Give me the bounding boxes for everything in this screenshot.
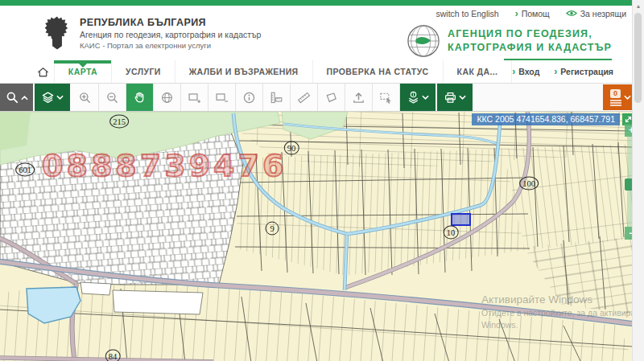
selected-parcel[interactable] bbox=[452, 214, 470, 225]
print-icon bbox=[444, 91, 457, 105]
top-accent-bar bbox=[0, 0, 644, 6]
ruler-icon bbox=[297, 91, 311, 105]
coordinate-readout: ККС 2005 4741654.836, 668457.791 bbox=[472, 113, 634, 125]
republic-brand: РЕПУБЛИКА БЪЛГАРИЯ Агенция по геодезия, … bbox=[43, 15, 261, 51]
tab-как-да[interactable]: КАК ДА... bbox=[443, 60, 513, 83]
print-button[interactable] bbox=[437, 84, 474, 111]
kais-portal-page: РЕПУБЛИКА БЪЛГАРИЯ Агенция по геодезия, … bbox=[0, 0, 644, 361]
rect-minus-icon bbox=[215, 91, 229, 105]
tab-проверка-на-статус[interactable]: ПРОВЕРКА НА СТАТУС bbox=[312, 60, 443, 83]
upload-button[interactable] bbox=[345, 84, 373, 111]
layers-info-icon bbox=[407, 91, 420, 105]
eye-icon bbox=[566, 10, 577, 17]
chevron-down-icon bbox=[56, 95, 64, 101]
brand-title: РЕПУБЛИКА БЪЛГАРИЯ bbox=[80, 17, 261, 28]
map-label-601: 601 bbox=[15, 163, 35, 177]
hand-icon bbox=[133, 91, 147, 105]
identify-button[interactable] bbox=[236, 84, 263, 111]
map-label-84: 84 bbox=[105, 350, 121, 361]
switch-language-link[interactable]: switch to English bbox=[436, 9, 498, 18]
agency-logo: АГЕНЦИЯ ПО ГЕОДЕЗИЯ, КАРТОГРАФИЯ И КАДАС… bbox=[407, 24, 612, 58]
globe-logo-icon bbox=[407, 24, 440, 58]
search-icon bbox=[6, 91, 19, 105]
zoom-rect-in-button[interactable] bbox=[181, 84, 208, 111]
chevron-down-icon bbox=[459, 95, 466, 101]
polygon-icon bbox=[324, 91, 338, 105]
zoom-rect-out-button[interactable] bbox=[208, 84, 236, 111]
chevron-right-icon: › bbox=[515, 9, 518, 18]
map-label-9: 9 bbox=[266, 222, 279, 236]
zoom-in-icon bbox=[78, 91, 92, 105]
chevron-right-icon: › bbox=[554, 67, 557, 76]
map-toolbar: 0 bbox=[0, 84, 644, 112]
chevron-right-icon: › bbox=[512, 67, 515, 76]
map-label-10: 10 bbox=[444, 226, 459, 240]
layers-button[interactable] bbox=[35, 84, 72, 111]
zoom-out-icon bbox=[105, 91, 119, 105]
agency-logo-text: АГЕНЦИЯ ПО ГЕОДЕЗИЯ, КАРТОГРАФИЯ И КАДАС… bbox=[448, 27, 612, 54]
zoom-in-button[interactable] bbox=[72, 84, 99, 111]
brand-portal: КАИС - Портал за електронни услуги bbox=[80, 41, 261, 50]
globe-icon bbox=[160, 91, 174, 105]
full-extent-button[interactable] bbox=[154, 84, 181, 111]
home-button[interactable] bbox=[32, 60, 54, 83]
scrollbar-up-arrow[interactable]: ▲ bbox=[633, 0, 644, 11]
coat-of-arms-lion-icon bbox=[43, 15, 71, 51]
header: РЕПУБЛИКА БЪЛГАРИЯ Агенция по геодезия, … bbox=[0, 6, 644, 60]
вход-link[interactable]: ›Вход bbox=[512, 67, 539, 76]
top-links: switch to English ›Помощ За незрящи bbox=[436, 9, 626, 18]
coordinate-text: ККС 2005 4741654.836, 668457.791 bbox=[472, 113, 620, 125]
map-canvas[interactable]: 0888739476 2156019091010084 ККС 2005 474… bbox=[0, 112, 644, 361]
brand-subtitle: Агенция по геодезия, картография и кадас… bbox=[80, 30, 261, 39]
layer-info-button[interactable] bbox=[400, 84, 437, 111]
map-label-90: 90 bbox=[284, 142, 299, 155]
tab-услуги[interactable]: УСЛУГИ bbox=[111, 60, 175, 83]
brand-text: РЕПУБЛИКА БЪЛГАРИЯ Агенция по геодезия, … bbox=[80, 17, 261, 50]
nav-auth: ›Вход›Регистрация bbox=[512, 60, 644, 83]
pan-button[interactable] bbox=[126, 84, 154, 111]
help-link[interactable]: ›Помощ bbox=[515, 9, 550, 18]
map-label-215: 215 bbox=[109, 115, 129, 129]
map-label-100: 100 bbox=[519, 177, 539, 191]
cadastral-basemap bbox=[0, 112, 633, 361]
main-nav: КАРТАУСЛУГИЖАЛБИ И ВЪЗРАЖЕНИЯПРОВЕРКА НА… bbox=[0, 60, 644, 84]
page-scrollbar[interactable]: ▲ bbox=[632, 0, 644, 361]
scale-button[interactable] bbox=[263, 84, 291, 111]
chevron-up-icon bbox=[21, 95, 28, 101]
tab-жалби-и-възражения[interactable]: ЖАЛБИ И ВЪЗРАЖЕНИЯ bbox=[175, 60, 312, 83]
info-icon bbox=[242, 91, 256, 105]
zoom-out-button[interactable] bbox=[99, 84, 126, 111]
chevron-down-icon bbox=[624, 95, 631, 101]
measure-distance-button[interactable] bbox=[291, 84, 318, 111]
регистрация-link[interactable]: ›Регистрация bbox=[554, 67, 613, 76]
scrollbar-thumb[interactable] bbox=[634, 13, 642, 103]
nav-tabs: КАРТАУСЛУГИЖАЛБИ И ВЪЗРАЖЕНИЯПРОВЕРКА НА… bbox=[54, 60, 512, 83]
cart-list-icon: 0 bbox=[609, 89, 622, 106]
layers-icon bbox=[41, 91, 55, 105]
chevron-down-icon bbox=[422, 95, 429, 101]
accessibility-link[interactable]: За незрящи bbox=[566, 9, 626, 18]
select-icon bbox=[379, 91, 393, 105]
measure-area-button[interactable] bbox=[318, 84, 345, 111]
scale-icon bbox=[270, 91, 283, 105]
rect-plus-icon bbox=[188, 91, 201, 105]
cart-count-badge: 0 bbox=[610, 89, 621, 98]
tab-карта[interactable]: КАРТА bbox=[54, 60, 111, 83]
header-right: switch to English ›Помощ За незрящи АГЕН… bbox=[407, 9, 626, 58]
toolbar-buttons bbox=[0, 84, 474, 111]
upload-icon bbox=[352, 91, 365, 105]
search-button[interactable] bbox=[0, 84, 35, 111]
select-features-button[interactable] bbox=[373, 84, 400, 111]
